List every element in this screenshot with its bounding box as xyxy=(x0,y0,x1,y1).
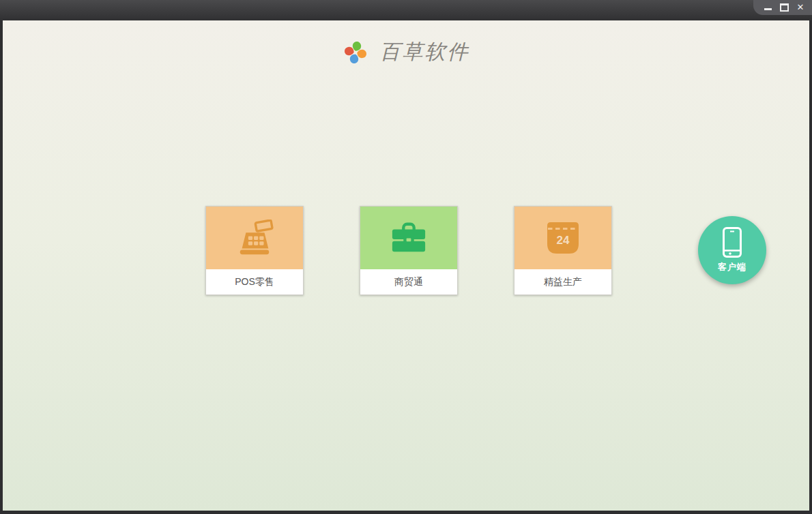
maximize-button[interactable] xyxy=(779,3,789,12)
pinwheel-logo-icon xyxy=(343,40,368,65)
minimize-icon xyxy=(764,8,772,10)
briefcase-icon xyxy=(390,222,427,254)
calendar-day-text: 24 xyxy=(557,234,570,247)
product-card-trade[interactable]: 商贸通 xyxy=(360,206,458,295)
product-tile: 24 xyxy=(514,207,611,269)
brand-header: 百草软件 xyxy=(3,20,809,66)
calendar-icon: 24 xyxy=(546,221,580,255)
smartphone-icon xyxy=(721,226,743,259)
product-tile xyxy=(360,207,457,269)
main-content: 百草软件 xyxy=(0,20,812,514)
client-button-label: 客户端 xyxy=(718,261,746,273)
minimize-button[interactable] xyxy=(763,3,772,12)
close-button[interactable]: ✕ xyxy=(796,3,805,12)
window-controls: ✕ xyxy=(753,0,812,15)
cash-register-icon xyxy=(235,220,274,256)
product-card-lean[interactable]: 24 精益生产 xyxy=(514,206,612,295)
product-label: 精益生产 xyxy=(514,269,611,294)
maximize-icon xyxy=(780,3,789,12)
app-title: 百草软件 xyxy=(380,38,470,66)
titlebar[interactable]: ✕ xyxy=(0,0,812,20)
app-window: ✕ 百草软件 xyxy=(0,0,812,514)
product-card-pos[interactable]: POS零售 xyxy=(205,206,304,295)
close-icon: ✕ xyxy=(797,3,804,12)
product-label: POS零售 xyxy=(206,269,303,294)
product-tile xyxy=(206,207,303,269)
product-label: 商贸通 xyxy=(360,269,457,294)
client-button[interactable]: 客户端 xyxy=(698,216,766,284)
